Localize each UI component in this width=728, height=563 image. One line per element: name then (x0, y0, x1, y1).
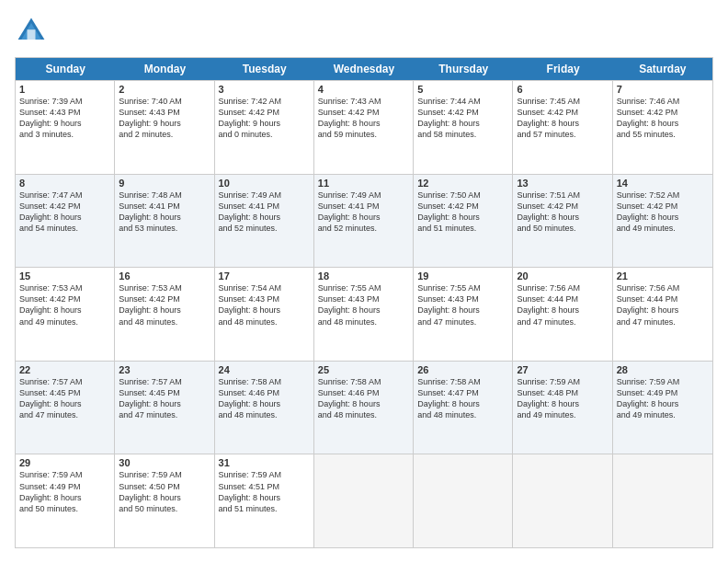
cell-info: Sunrise: 7:59 AMSunset: 4:49 PMDaylight:… (617, 376, 709, 421)
calendar-cell-empty (513, 454, 612, 547)
calendar-cell-22: 22Sunrise: 7:57 AMSunset: 4:45 PMDayligh… (16, 362, 115, 454)
day-number: 17 (219, 270, 310, 282)
calendar-cell-15: 15Sunrise: 7:53 AMSunset: 4:42 PMDayligh… (16, 268, 115, 361)
calendar-row-2: 8Sunrise: 7:47 AMSunset: 4:42 PMDaylight… (16, 174, 712, 268)
calendar-cell-6: 6Sunrise: 7:45 AMSunset: 4:42 PMDaylight… (513, 81, 612, 174)
calendar-cell-31: 31Sunrise: 7:59 AMSunset: 4:51 PMDayligh… (215, 454, 314, 547)
day-number: 25 (318, 364, 409, 375)
calendar-row-4: 22Sunrise: 7:57 AMSunset: 4:45 PMDayligh… (16, 361, 712, 454)
calendar-row-1: 1Sunrise: 7:39 AMSunset: 4:43 PMDaylight… (16, 80, 712, 174)
day-number: 4 (318, 84, 409, 95)
calendar-row-5: 29Sunrise: 7:59 AMSunset: 4:49 PMDayligh… (16, 454, 712, 547)
svg-rect-2 (28, 29, 36, 40)
day-number: 3 (219, 84, 310, 95)
cell-info: Sunrise: 7:59 AMSunset: 4:50 PMDaylight:… (119, 469, 210, 514)
cell-info: Sunrise: 7:56 AMSunset: 4:44 PMDaylight:… (617, 282, 709, 327)
calendar-cell-23: 23Sunrise: 7:57 AMSunset: 4:45 PMDayligh… (115, 362, 214, 454)
calendar-cell-empty (414, 454, 513, 547)
day-number: 24 (219, 364, 310, 375)
cell-info: Sunrise: 7:47 AMSunset: 4:42 PMDaylight:… (19, 190, 110, 235)
calendar-cell-8: 8Sunrise: 7:47 AMSunset: 4:42 PMDaylight… (16, 175, 115, 268)
day-number: 10 (219, 178, 310, 189)
day-number: 31 (219, 457, 310, 468)
cell-info: Sunrise: 7:55 AMSunset: 4:43 PMDaylight:… (318, 282, 409, 327)
calendar-cell-18: 18Sunrise: 7:55 AMSunset: 4:43 PMDayligh… (314, 268, 414, 361)
day-number: 5 (417, 84, 508, 95)
cell-info: Sunrise: 7:42 AMSunset: 4:42 PMDaylight:… (219, 96, 310, 141)
calendar-cell-2: 2Sunrise: 7:40 AMSunset: 4:43 PMDaylight… (115, 81, 214, 174)
calendar-cell-9: 9Sunrise: 7:48 AMSunset: 4:41 PMDaylight… (115, 175, 214, 268)
calendar-cell-30: 30Sunrise: 7:59 AMSunset: 4:50 PMDayligh… (115, 454, 214, 547)
day-number: 7 (617, 84, 709, 95)
cell-info: Sunrise: 7:53 AMSunset: 4:42 PMDaylight:… (19, 282, 110, 327)
calendar: SundayMondayTuesdayWednesdayThursdayFrid… (15, 57, 713, 548)
cell-info: Sunrise: 7:49 AMSunset: 4:41 PMDaylight:… (318, 190, 409, 235)
day-number: 18 (318, 270, 409, 282)
day-number: 28 (617, 364, 709, 375)
cell-info: Sunrise: 7:44 AMSunset: 4:42 PMDaylight:… (417, 96, 508, 141)
header-day-monday: Monday (115, 58, 214, 80)
calendar-cell-3: 3Sunrise: 7:42 AMSunset: 4:42 PMDaylight… (215, 81, 314, 174)
calendar-cell-7: 7Sunrise: 7:46 AMSunset: 4:42 PMDaylight… (613, 81, 712, 174)
day-number: 30 (119, 457, 210, 468)
cell-info: Sunrise: 7:56 AMSunset: 4:44 PMDaylight:… (517, 282, 608, 327)
day-number: 19 (417, 270, 508, 282)
cell-info: Sunrise: 7:53 AMSunset: 4:42 PMDaylight:… (119, 282, 210, 327)
cell-info: Sunrise: 7:58 AMSunset: 4:46 PMDaylight:… (318, 376, 409, 421)
calendar-cell-13: 13Sunrise: 7:51 AMSunset: 4:42 PMDayligh… (513, 175, 612, 268)
calendar-cell-10: 10Sunrise: 7:49 AMSunset: 4:41 PMDayligh… (215, 175, 314, 268)
day-number: 26 (417, 364, 508, 375)
cell-info: Sunrise: 7:55 AMSunset: 4:43 PMDaylight:… (417, 282, 508, 327)
calendar-cell-21: 21Sunrise: 7:56 AMSunset: 4:44 PMDayligh… (613, 268, 712, 361)
day-number: 15 (19, 270, 110, 282)
calendar-cell-27: 27Sunrise: 7:59 AMSunset: 4:48 PMDayligh… (513, 362, 612, 454)
calendar-cell-16: 16Sunrise: 7:53 AMSunset: 4:42 PMDayligh… (115, 268, 214, 361)
day-number: 16 (119, 270, 210, 282)
day-number: 27 (517, 364, 608, 375)
header-day-tuesday: Tuesday (215, 58, 314, 80)
cell-info: Sunrise: 7:40 AMSunset: 4:43 PMDaylight:… (119, 96, 210, 141)
day-number: 21 (617, 270, 709, 282)
cell-info: Sunrise: 7:43 AMSunset: 4:42 PMDaylight:… (318, 96, 409, 141)
header (15, 15, 713, 48)
cell-info: Sunrise: 7:52 AMSunset: 4:42 PMDaylight:… (617, 190, 709, 235)
calendar-cell-17: 17Sunrise: 7:54 AMSunset: 4:43 PMDayligh… (215, 268, 314, 361)
calendar-header: SundayMondayTuesdayWednesdayThursdayFrid… (16, 58, 712, 80)
calendar-cell-5: 5Sunrise: 7:44 AMSunset: 4:42 PMDaylight… (414, 81, 513, 174)
day-number: 8 (19, 178, 110, 189)
cell-info: Sunrise: 7:46 AMSunset: 4:42 PMDaylight:… (617, 96, 709, 141)
calendar-cell-25: 25Sunrise: 7:58 AMSunset: 4:46 PMDayligh… (314, 362, 414, 454)
calendar-cell-1: 1Sunrise: 7:39 AMSunset: 4:43 PMDaylight… (16, 81, 115, 174)
calendar-row-3: 15Sunrise: 7:53 AMSunset: 4:42 PMDayligh… (16, 267, 712, 361)
calendar-cell-14: 14Sunrise: 7:52 AMSunset: 4:42 PMDayligh… (613, 175, 712, 268)
header-day-thursday: Thursday (414, 58, 513, 80)
cell-info: Sunrise: 7:39 AMSunset: 4:43 PMDaylight:… (19, 96, 110, 141)
calendar-cell-26: 26Sunrise: 7:58 AMSunset: 4:47 PMDayligh… (414, 362, 513, 454)
calendar-cell-4: 4Sunrise: 7:43 AMSunset: 4:42 PMDaylight… (314, 81, 414, 174)
cell-info: Sunrise: 7:54 AMSunset: 4:43 PMDaylight:… (219, 282, 310, 327)
cell-info: Sunrise: 7:59 AMSunset: 4:49 PMDaylight:… (19, 469, 110, 514)
calendar-cell-28: 28Sunrise: 7:59 AMSunset: 4:49 PMDayligh… (613, 362, 712, 454)
day-number: 9 (119, 178, 210, 189)
cell-info: Sunrise: 7:49 AMSunset: 4:41 PMDaylight:… (219, 190, 310, 235)
day-number: 23 (119, 364, 210, 375)
day-number: 14 (617, 178, 709, 189)
header-day-sunday: Sunday (16, 58, 115, 80)
cell-info: Sunrise: 7:48 AMSunset: 4:41 PMDaylight:… (119, 190, 210, 235)
header-day-saturday: Saturday (613, 58, 712, 80)
day-number: 13 (517, 178, 608, 189)
calendar-cell-20: 20Sunrise: 7:56 AMSunset: 4:44 PMDayligh… (513, 268, 612, 361)
calendar-cell-empty (314, 454, 414, 547)
cell-info: Sunrise: 7:59 AMSunset: 4:48 PMDaylight:… (517, 376, 608, 421)
calendar-cell-19: 19Sunrise: 7:55 AMSunset: 4:43 PMDayligh… (414, 268, 513, 361)
cell-info: Sunrise: 7:57 AMSunset: 4:45 PMDaylight:… (19, 376, 110, 421)
logo-icon (15, 15, 48, 48)
day-number: 29 (19, 457, 110, 468)
day-number: 22 (19, 364, 110, 375)
page: SundayMondayTuesdayWednesdayThursdayFrid… (0, 0, 728, 563)
cell-info: Sunrise: 7:58 AMSunset: 4:47 PMDaylight:… (417, 376, 508, 421)
day-number: 6 (517, 84, 608, 95)
calendar-cell-12: 12Sunrise: 7:50 AMSunset: 4:42 PMDayligh… (414, 175, 513, 268)
logo (15, 15, 51, 48)
calendar-body: 1Sunrise: 7:39 AMSunset: 4:43 PMDaylight… (16, 80, 712, 547)
